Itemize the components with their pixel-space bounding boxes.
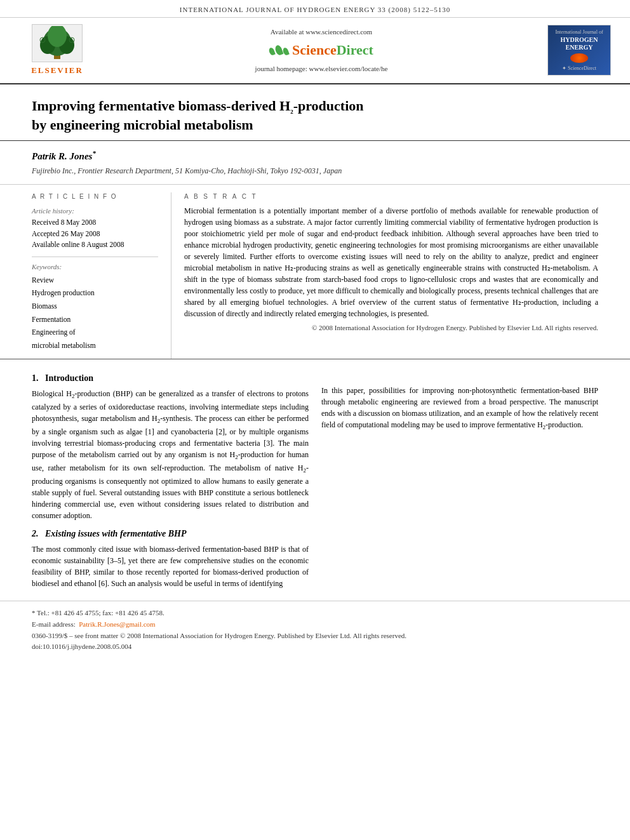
sd-url: Available at www.sciencedirect.com (271, 27, 372, 37)
abstract-text: Microbial fermentation is a potentially … (184, 205, 598, 319)
elsevier-text-label: ELSEVIER (31, 65, 83, 76)
journal-homepage: journal homepage: www.elsevier.com/locat… (255, 64, 388, 74)
title-part1: Improving fermentative biomass-derived H (32, 98, 290, 114)
author-area: Patrik R. Jones* Fujirebio Inc., Frontie… (0, 141, 630, 185)
science-part: Science (292, 42, 337, 58)
header-area: ELSEVIER Available at www.sciencedirect.… (0, 18, 630, 84)
email-label: E-mail address: (32, 620, 76, 628)
keyword-5: Engineering of (32, 326, 158, 339)
article-info-label: A R T I C L E I N F O (32, 192, 158, 201)
journal-title-bar: INTERNATIONAL JOURNAL OF HYDROGEN ENERGY… (180, 6, 450, 13)
keywords-list: Review Hydrogen production Biomass Ferme… (32, 274, 158, 352)
keywords-label: Keywords: (32, 262, 158, 272)
sciencedirect-logo: ScienceDirect (269, 41, 373, 60)
title-line2: by engineering microbial metabolism (32, 117, 253, 133)
keywords-group: Keywords: Review Hydrogen production Bio… (32, 262, 158, 352)
hj-circle-icon (570, 53, 588, 63)
section2-number: 2. (32, 529, 39, 538)
email-link[interactable]: Patrik.R.Jones@gmail.com (79, 620, 155, 628)
hj-subtitle: International Journal of (555, 29, 603, 36)
accepted-date: Accepted 26 May 2008 (32, 229, 158, 239)
affiliation: Fujirebio Inc., Frontier Research Depart… (32, 166, 598, 177)
article-history-group: Article history: Received 8 May 2008 Acc… (32, 206, 158, 250)
keyword-6: microbial metabolism (32, 339, 158, 352)
section1-heading: 1. Introduction (32, 372, 309, 385)
body-content: 1. Introduction Biological H2-production… (0, 359, 630, 595)
page: INTERNATIONAL JOURNAL OF HYDROGEN ENERGY… (0, 0, 630, 840)
body-col-left: 1. Introduction Biological H2-production… (32, 370, 309, 595)
section2-title: Existing issues with fermentative BHP (45, 529, 186, 538)
author-asterisk: * (92, 149, 96, 157)
keyword-2: Hydrogen production (32, 286, 158, 300)
doi-line: doi:10.1016/j.ijhydene.2008.05.004 (32, 641, 598, 653)
abstract-column: A B S T R A C T Microbial fermentation i… (171, 192, 598, 359)
body-col-right: In this paper, possibilities for improvi… (321, 370, 598, 595)
article-info-column: A R T I C L E I N F O Article history: R… (32, 192, 171, 359)
direct-part: Direct (337, 42, 373, 58)
info-divider (32, 257, 158, 257)
leaf-icon-3 (282, 47, 290, 56)
keyword-4: Fermentation (32, 313, 158, 326)
author-name: Patrik R. Jones* (32, 149, 598, 163)
leaf-icon-2 (274, 44, 284, 56)
elsevier-logo: ELSEVIER (19, 24, 95, 76)
history-label: Article history: (32, 206, 158, 216)
section1-title: Introduction (45, 373, 93, 383)
center-header: Available at www.sciencedirect.com Scien… (95, 27, 547, 74)
issn-line: 0360-3199/$ – see front matter © 2008 In… (32, 630, 598, 642)
title-area: Improving fermentative biomass-derived H… (0, 84, 630, 142)
info-abstract-section: A R T I C L E I N F O Article history: R… (0, 185, 630, 359)
author-text: Patrik R. Jones (32, 151, 92, 161)
two-column-body: 1. Introduction Biological H2-production… (32, 370, 598, 595)
keyword-3: Biomass (32, 300, 158, 313)
footnote-asterisk-text: * Tel.: +81 426 45 4755; fax: +81 426 45… (32, 609, 164, 617)
section2-text: The most commonly cited issue with bioma… (32, 543, 309, 589)
copyright-text: © 2008 International Association for Hyd… (184, 323, 598, 333)
hj-publisher: ✦ ScienceDirect (562, 65, 596, 72)
available-date: Available online 8 August 2008 (32, 239, 158, 250)
section1-left-text: Biological H2-production (BHP) can be ge… (32, 388, 309, 521)
abstract-label: A B S T R A C T (184, 192, 598, 201)
hydrogen-journal-logo: International Journal of HYDROGENENERGY … (547, 25, 611, 76)
title-part2: -production (293, 98, 364, 114)
section2-left-area: 2. Existing issues with fermentative BHP… (32, 528, 309, 590)
hj-title: HYDROGENENERGY (561, 36, 598, 51)
journal-bar: INTERNATIONAL JOURNAL OF HYDROGEN ENERGY… (0, 0, 630, 18)
footnote-asterisk: * Tel.: +81 426 45 4755; fax: +81 426 45… (32, 608, 598, 619)
sciencedirect-text: ScienceDirect (292, 41, 373, 60)
footer-note: * Tel.: +81 426 45 4755; fax: +81 426 45… (0, 601, 630, 658)
section2-heading: 2. Existing issues with fermentative BHP (32, 528, 309, 540)
leaf-icon-1 (268, 47, 276, 56)
section1-number: 1. (32, 373, 39, 383)
received-date: Received 8 May 2008 (32, 217, 158, 228)
sd-leaves-icon (269, 45, 288, 55)
footnote-email: E-mail address: Patrik.R.Jones@gmail.com (32, 619, 598, 630)
section1-right-text: In this paper, possibilities for improvi… (321, 385, 598, 432)
article-title: Improving fermentative biomass-derived H… (32, 97, 598, 135)
elsevier-tree-image (32, 24, 83, 62)
keyword-1: Review (32, 274, 158, 287)
